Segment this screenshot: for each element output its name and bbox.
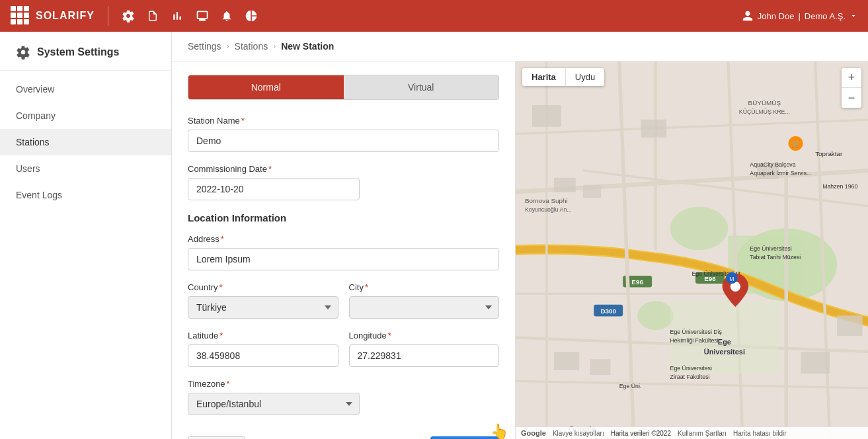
breadcrumb-settings[interactable]: Settings bbox=[188, 41, 221, 52]
nav-icons bbox=[122, 9, 258, 22]
country-group: Country * Türkiye bbox=[188, 282, 338, 319]
latitude-label: Latitude * bbox=[188, 331, 338, 340]
map-data-credit: Harita verileri ©2022 bbox=[611, 430, 671, 437]
commissioning-date-group: Commissioning Date * bbox=[188, 164, 499, 200]
tab-bar: Normal Virtual bbox=[188, 75, 499, 100]
map-area: Harita Uydu + − bbox=[516, 61, 868, 439]
svg-text:KÜÇÜLMÜŞ KRE...: KÜÇÜLMÜŞ KRE... bbox=[739, 108, 790, 115]
svg-rect-40 bbox=[641, 120, 666, 138]
address-group: Address * bbox=[188, 234, 499, 270]
app-name: SOLARIFY bbox=[36, 10, 95, 22]
sidebar-header: System Settings bbox=[0, 32, 171, 71]
svg-text:Ege: Ege bbox=[718, 338, 731, 346]
sidebar-item-label: Event Logs bbox=[16, 190, 62, 200]
map-zoom-controls: + − bbox=[842, 68, 861, 108]
svg-rect-34 bbox=[554, 352, 579, 370]
svg-rect-6 bbox=[11, 19, 16, 24]
location-section-title: Location Information bbox=[188, 212, 499, 223]
sidebar-item-event-logs[interactable]: Event Logs bbox=[0, 182, 171, 208]
app-logo[interactable]: SOLARIFY bbox=[11, 6, 95, 26]
svg-rect-7 bbox=[17, 19, 22, 24]
sidebar-item-label: Users bbox=[16, 163, 40, 174]
station-name-input[interactable] bbox=[188, 130, 499, 152]
svg-point-11 bbox=[670, 207, 729, 251]
longitude-group: Longitude * bbox=[349, 331, 500, 367]
company-name: Demo A.Ş. bbox=[805, 11, 846, 21]
sidebar-title: System Settings bbox=[37, 46, 119, 58]
longitude-label: Longitude * bbox=[349, 331, 500, 340]
required-marker: * bbox=[227, 379, 230, 389]
sidebar-item-company[interactable]: Company bbox=[0, 102, 171, 129]
map-tab-satellite[interactable]: Uydu bbox=[566, 68, 604, 86]
commissioning-date-input[interactable] bbox=[188, 178, 360, 200]
svg-text:Ziraat Fakültesi: Ziraat Fakültesi bbox=[670, 374, 710, 380]
required-marker: * bbox=[241, 116, 245, 126]
sidebar-item-users[interactable]: Users bbox=[0, 155, 171, 182]
google-logo: Google bbox=[521, 429, 546, 437]
dropdown-icon bbox=[849, 12, 857, 20]
breadcrumb-stations[interactable]: Stations bbox=[235, 41, 268, 52]
svg-text:Topraktar: Topraktar bbox=[815, 150, 843, 157]
svg-text:Bornova Suphi: Bornova Suphi bbox=[525, 197, 568, 204]
topnav: SOLARIFY John Doe | De bbox=[0, 0, 868, 32]
pie-chart-icon[interactable] bbox=[245, 9, 258, 22]
monitor-icon[interactable] bbox=[196, 9, 209, 22]
timezone-group: Timezone * Europe/Istanbul bbox=[188, 379, 499, 415]
map-footer: Google Klavye kısayolları Harita veriler… bbox=[516, 426, 868, 439]
map-tab-map[interactable]: Harita bbox=[522, 68, 566, 86]
svg-rect-35 bbox=[590, 359, 611, 375]
svg-text:Mahzen 1960: Mahzen 1960 bbox=[822, 183, 857, 190]
city-label: City * bbox=[349, 282, 500, 292]
svg-text:Ege Üniversitesi: Ege Üniversitesi bbox=[750, 245, 791, 252]
map-terms[interactable]: Kullanım Şartları bbox=[678, 430, 727, 437]
country-select[interactable]: Türkiye bbox=[188, 296, 338, 319]
country-label: Country * bbox=[188, 282, 338, 292]
latitude-input[interactable] bbox=[188, 344, 338, 367]
svg-rect-38 bbox=[837, 315, 862, 336]
back-button[interactable]: Back bbox=[188, 436, 245, 439]
user-name: John Doe bbox=[758, 11, 795, 21]
svg-text:Üniversitesi: Üniversitesi bbox=[704, 348, 745, 356]
sidebar-item-label: Overview bbox=[16, 84, 54, 95]
content-area: Settings › Stations › New Station Normal… bbox=[172, 32, 868, 439]
breadcrumb: Settings › Stations › New Station bbox=[172, 32, 868, 61]
address-input[interactable] bbox=[188, 248, 499, 270]
tab-normal[interactable]: Normal bbox=[188, 75, 344, 99]
user-icon bbox=[742, 10, 754, 22]
sidebar-item-stations[interactable]: Stations bbox=[0, 129, 171, 155]
longitude-input[interactable] bbox=[349, 344, 500, 367]
breadcrumb-current: New Station bbox=[281, 41, 334, 52]
country-city-row: Country * Türkiye City * bbox=[188, 282, 499, 331]
map-tabs: Harita Uydu bbox=[522, 68, 604, 86]
form-actions: Back Create bbox=[188, 428, 499, 439]
map-shortcuts[interactable]: Klavye kısayolları bbox=[553, 430, 604, 437]
timezone-label: Timezone * bbox=[188, 379, 499, 389]
user-separator: | bbox=[798, 11, 800, 21]
lat-lon-row: Latitude * Longitude * bbox=[188, 331, 499, 379]
zoom-out-button[interactable]: − bbox=[842, 88, 861, 108]
chart-icon[interactable] bbox=[171, 9, 184, 22]
svg-rect-37 bbox=[801, 352, 830, 374]
settings-icon[interactable] bbox=[122, 9, 135, 22]
bell-icon[interactable] bbox=[221, 9, 233, 22]
breadcrumb-sep-2: › bbox=[273, 42, 276, 51]
map-report[interactable]: Harita hatası bildir bbox=[733, 430, 787, 437]
sidebar-item-label: Company bbox=[16, 110, 56, 121]
map-image: E96 E96 D300 bbox=[516, 61, 868, 439]
required-marker: * bbox=[219, 331, 223, 340]
timezone-select[interactable]: Europe/Istanbul bbox=[188, 393, 360, 415]
svg-text:Koyuncuoğlu An...: Koyuncuoğlu An... bbox=[525, 206, 572, 213]
station-name-group: Station Name * bbox=[188, 116, 499, 152]
user-menu[interactable]: John Doe | Demo A.Ş. bbox=[742, 10, 857, 22]
city-select[interactable] bbox=[349, 296, 500, 319]
sidebar-item-overview[interactable]: Overview bbox=[0, 76, 171, 102]
svg-text:Ege Üniversitesi: Ege Üniversitesi bbox=[670, 365, 712, 372]
tab-virtual[interactable]: Virtual bbox=[344, 75, 499, 99]
create-button[interactable]: Create bbox=[430, 436, 499, 439]
document-icon[interactable] bbox=[147, 9, 159, 22]
svg-text:Ege Üniversitesi Diş: Ege Üniversitesi Diş bbox=[670, 329, 723, 335]
svg-text:AquaCity Balçova: AquaCity Balçova bbox=[750, 161, 795, 168]
svg-rect-5 bbox=[24, 13, 29, 18]
zoom-in-button[interactable]: + bbox=[842, 68, 861, 88]
sidebar: System Settings Overview Company Station… bbox=[0, 32, 172, 439]
